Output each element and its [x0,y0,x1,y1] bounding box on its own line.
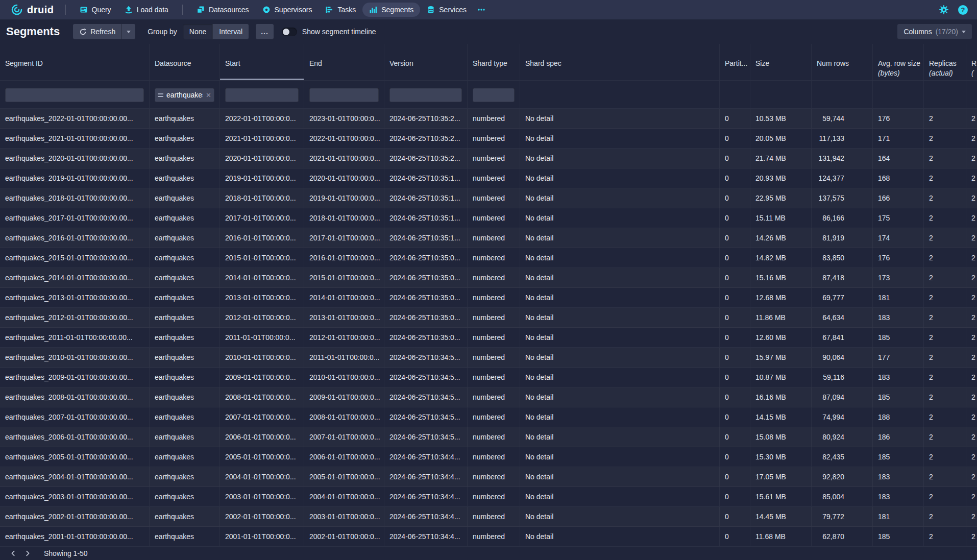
cell-replication_factor: 2 [966,447,977,467]
filter-input-version[interactable] [389,88,462,102]
cell-start: 2012-01-01T00:00:0... [220,308,304,327]
table-row[interactable]: earthquakes_2015-01-01T00:00:00.00...ear… [0,248,977,268]
column-header-replication_factor[interactable]: R( [966,44,977,80]
table-row[interactable]: earthquakes_2003-01-01T00:00:00.00...ear… [0,487,977,507]
table-row[interactable]: earthquakes_2014-01-01T00:00:00.00...ear… [0,268,977,288]
cell-version: 2024-06-25T10:35:2... [384,109,468,128]
filter-input-segment_id[interactable] [5,88,144,102]
cell-version: 2024-06-25T10:35:0... [384,328,468,347]
nav-item-datasources[interactable]: Datasources [190,3,256,17]
column-header-start[interactable]: Start [220,44,304,80]
table-row[interactable]: earthquakes_2008-01-01T00:00:00.00...ear… [0,387,977,407]
cell-partition: 0 [720,447,750,467]
table-row[interactable]: earthquakes_2010-01-01T00:00:00.00...ear… [0,348,977,368]
cell-replication_factor: 2 [966,109,977,128]
table-row[interactable]: earthquakes_2005-01-01T00:00:00.00...ear… [0,447,977,467]
column-header-size[interactable]: Size [750,44,812,80]
column-header-num_rows[interactable]: Num rows [812,44,873,80]
cell-partition: 0 [720,149,750,168]
help-icon[interactable]: ? [958,5,968,15]
column-header-replicas[interactable]: Replicas(actual) [924,44,966,80]
cell-datasource: earthquakes [150,268,220,287]
cell-datasource: earthquakes [150,407,220,427]
cell-avg_row_size: 181 [873,288,924,307]
column-header-datasource[interactable]: Datasource [150,44,220,80]
druid-logo[interactable]: druid [6,3,58,16]
chevron-down-icon [962,31,966,33]
nav-item-load-data[interactable]: Load data [118,3,175,17]
filter-input-start[interactable] [225,88,299,102]
nav-item-services[interactable]: Services [420,3,473,17]
table-row[interactable]: earthquakes_2012-01-01T00:00:00.00...ear… [0,308,977,328]
table-row[interactable]: earthquakes_2022-01-01T00:00:00.00...ear… [0,109,977,129]
cell-datasource: earthquakes [150,427,220,447]
table-row[interactable]: earthquakes_2004-01-01T00:00:00.00...ear… [0,467,977,487]
cell-segment_id: earthquakes_2007-01-01T00:00:00.00... [0,407,150,427]
table-row[interactable]: earthquakes_2001-01-01T00:00:00.00...ear… [0,527,977,547]
cell-start: 2006-01-01T00:00:0... [220,427,304,447]
column-header-end[interactable]: End [304,44,384,80]
table-row[interactable]: earthquakes_2017-01-01T00:00:00.00...ear… [0,208,977,228]
cell-replicas: 2 [924,407,966,427]
cell-size: 11.68 MB [750,527,812,546]
cell-datasource: earthquakes [150,288,220,307]
cell-segment_id: earthquakes_2012-01-01T00:00:00.00... [0,308,150,327]
cell-shard_spec: No detail [520,129,720,148]
cell-replicas: 2 [924,149,966,168]
refresh-dropdown-button[interactable] [121,24,135,39]
toolbar-more-button[interactable]: ... [256,24,274,39]
cell-end: 2015-01-01T00:00:0... [304,268,384,287]
cell-replication_factor: 2 [966,168,977,188]
table-row[interactable]: earthquakes_2016-01-01T00:00:00.00...ear… [0,228,977,248]
table-row[interactable]: earthquakes_2019-01-01T00:00:00.00...ear… [0,168,977,188]
table-row[interactable]: earthquakes_2011-01-01T00:00:00.00...ear… [0,328,977,348]
nav-item-label: Tasks [337,6,356,14]
clear-filter-icon[interactable]: ✕ [206,91,211,99]
nav-item-segments[interactable]: Segments [362,3,420,17]
cell-num_rows: 80,924 [812,427,873,447]
column-header-partition[interactable]: Partit... [720,44,750,80]
cell-replicas: 2 [924,268,966,287]
nav-item-query[interactable]: Query [73,3,118,17]
group-by-none-button[interactable]: None [183,24,212,39]
cell-partition: 0 [720,407,750,427]
cell-segment_id: earthquakes_2011-01-01T00:00:00.00... [0,328,150,347]
table-row[interactable]: earthquakes_2018-01-01T00:00:00.00...ear… [0,188,977,208]
cell-datasource: earthquakes [150,308,220,327]
cell-start: 2003-01-01T00:00:0... [220,487,304,506]
cell-replicas: 2 [924,447,966,467]
column-header-segment_id[interactable]: Segment ID [0,44,150,80]
segment-timeline-toggle[interactable] [282,28,297,36]
cell-avg_row_size: 185 [873,447,924,467]
group-by-interval-button[interactable]: Interval [212,24,249,39]
table-row[interactable]: earthquakes_2013-01-01T00:00:00.00...ear… [0,288,977,308]
gear-icon[interactable] [939,5,949,15]
table-row[interactable]: earthquakes_2009-01-01T00:00:00.00...ear… [0,368,977,387]
column-header-version[interactable]: Version [384,44,468,80]
columns-button[interactable]: Columns (17/20) [897,24,972,39]
nav-item-supervisors[interactable]: Supervisors [256,3,319,17]
nav-item-tasks[interactable]: Tasks [319,3,362,17]
filter-input-shard_type[interactable] [473,88,515,102]
table-row[interactable]: earthquakes_2021-01-01T00:00:00.00...ear… [0,129,977,149]
table-row[interactable]: earthquakes_2007-01-01T00:00:00.00...ear… [0,407,977,427]
filter-input-end[interactable] [309,88,379,102]
table-row[interactable]: earthquakes_2020-01-01T00:00:00.00...ear… [0,149,977,168]
cell-datasource: earthquakes [150,248,220,267]
table-row[interactable]: earthquakes_2002-01-01T00:00:00.00...ear… [0,507,977,527]
next-page-button[interactable] [20,547,35,559]
filter-cell-version [384,81,468,108]
supervisors-icon [262,6,271,14]
column-header-avg_row_size[interactable]: Avg. row size(bytes) [873,44,924,80]
filter-chip-datasource[interactable]: earthquakes✕ [155,88,214,102]
cell-replication_factor: 2 [966,248,977,267]
previous-page-button[interactable] [6,547,20,559]
table-row[interactable]: earthquakes_2006-01-01T00:00:00.00...ear… [0,427,977,447]
nav-more-button[interactable] [473,3,490,17]
refresh-button[interactable]: Refresh [73,24,121,39]
column-header-shard_type[interactable]: Shard type [468,44,520,80]
more-icon [477,6,485,14]
cell-segment_id: earthquakes_2019-01-01T00:00:00.00... [0,168,150,188]
column-header-shard_spec[interactable]: Shard spec [520,44,720,80]
load-data-icon [125,6,133,14]
